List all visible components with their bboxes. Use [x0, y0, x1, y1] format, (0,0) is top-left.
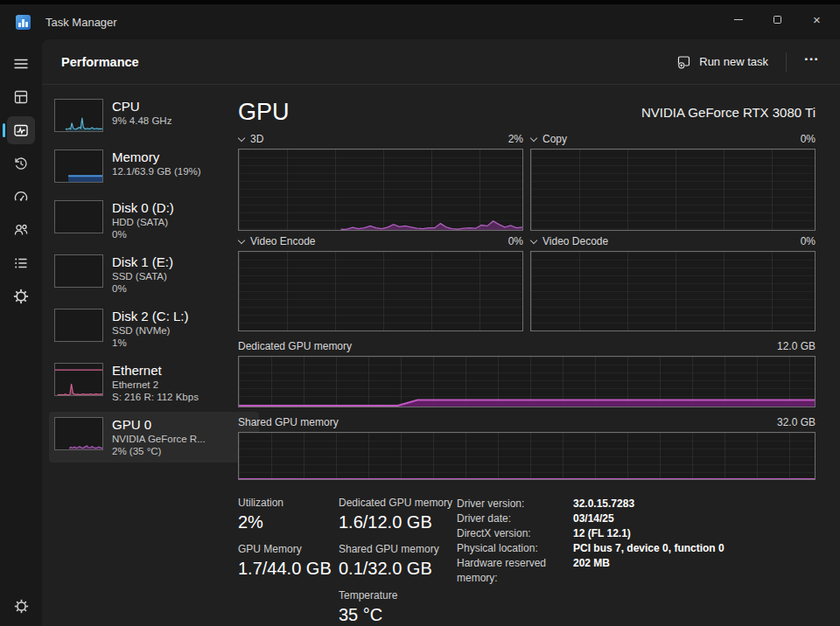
chart-label-video-encode: Video Encode [250, 235, 316, 247]
chevron-down-icon[interactable] [238, 135, 245, 142]
details-list-icon [13, 255, 29, 271]
sidebar-item-processes[interactable] [0, 80, 42, 114]
chart-label-dedicated-memory: Dedicated GPU memory [238, 340, 352, 352]
sidebar-item-performance[interactable] [0, 114, 42, 147]
perf-item-cpu[interactable]: CPU 9% 4.48 GHz [49, 94, 259, 137]
gpu-panel-title: GPU [238, 99, 290, 126]
gpu-detail-panel: GPU NVIDIA GeForce RTX 3080 Ti 3D 2% Cop… [238, 94, 816, 626]
settings-gear-icon [14, 599, 29, 614]
perf-item-sub: 9% 4.48 GHz [112, 115, 172, 127]
perf-item-disk1[interactable]: Disk 1 (E:) SSD (SATA) 0% [49, 249, 259, 300]
disk1-sparkline [54, 254, 103, 288]
detail-row-hardware-reserved-memory: Hardware reserved memory: 202 MB [457, 556, 816, 586]
minimize-icon [734, 19, 743, 20]
detail-row-driver-date: Driver date: 03/14/25 [457, 511, 816, 526]
hamburger-icon [13, 56, 29, 72]
perf-item-title: GPU 0 [112, 417, 206, 433]
hamburger-menu-button[interactable] [0, 47, 42, 80]
settings-button[interactable] [0, 589, 42, 623]
stat-value-utilization: 2% [238, 512, 339, 532]
stat-value-dedicated-memory: 1.6/12.0 GB [339, 512, 457, 532]
driver-details: Driver version: 32.0.15.7283 Driver date… [457, 497, 816, 626]
detail-row-driver-version: Driver version: 32.0.15.7283 [457, 497, 816, 511]
chart-label-shared-memory: Shared GPU memory [238, 416, 339, 428]
stat-value-gpu-memory: 1.7/44.0 GB [238, 559, 339, 579]
perf-item-sub: 0% [112, 282, 173, 295]
minimize-button[interactable] [718, 6, 758, 32]
performance-list: CPU 9% 4.48 GHz Memory 12.1/63.9 GB (19%… [49, 94, 259, 466]
run-new-task-icon [676, 54, 691, 69]
chart-shared-memory [238, 432, 816, 480]
cpu-sparkline [54, 99, 103, 132]
chart-value-dedicated-memory: 12.0 GB [777, 340, 816, 352]
sidebar-item-app-history[interactable] [0, 147, 42, 180]
perf-item-sub: 12.1/63.9 GB (19%) [112, 165, 201, 177]
perf-item-title: Ethernet [112, 363, 199, 379]
disk2-sparkline [54, 309, 103, 342]
stat-value-shared-memory: 0.1/32.0 GB [339, 559, 457, 579]
chart-value-video-encode: 0% [508, 235, 523, 247]
chart-value-3d: 2% [508, 133, 523, 145]
chevron-down-icon[interactable] [238, 237, 245, 244]
chart-video-decode [530, 251, 816, 331]
header-divider [786, 52, 787, 72]
titlebar: Task Manager × [0, 4, 840, 39]
perf-item-sub: 0% [112, 228, 174, 240]
disk0-sparkline [54, 200, 103, 233]
chevron-down-icon[interactable] [530, 135, 537, 142]
perf-item-sub: S: 216 R: 112 Kbps [112, 391, 199, 403]
detail-row-directx-version: DirectX version: 12 (FL 12.1) [457, 526, 816, 541]
stat-label-dedicated-memory: Dedicated GPU memory [339, 497, 457, 509]
chart-video-encode [238, 251, 523, 331]
stat-label-utilization: Utilization [238, 497, 339, 509]
chart-copy [530, 149, 816, 231]
stat-value-temperature: 35 °C [339, 605, 457, 625]
perf-item-disk0[interactable]: Disk 0 (D:) HDD (SATA) 0% [49, 195, 259, 246]
sidebar-item-startup-apps[interactable] [0, 180, 42, 213]
perf-item-ethernet[interactable]: Ethernet Ethernet 2 S: 216 R: 112 Kbps [49, 358, 259, 408]
more-options-button[interactable]: ··· [795, 51, 828, 73]
chart-value-video-decode: 0% [801, 235, 816, 247]
task-manager-app-icon [16, 15, 31, 30]
chart-label-3d: 3D [250, 133, 263, 145]
perf-item-sub: 1% [112, 337, 189, 349]
perf-item-disk2[interactable]: Disk 2 (C: L:) SSD (NVMe) 1% [49, 303, 259, 354]
gpu-stats: Utilization 2% GPU Memory 1.7/44.0 GB De… [238, 497, 816, 626]
detail-row-physical-location: Physical location: PCI bus 7, device 0, … [457, 541, 816, 556]
chart-value-copy: 0% [801, 133, 816, 145]
perf-item-sub: NVIDIA GeForce R... [112, 433, 206, 445]
sidebar-item-services[interactable] [0, 280, 42, 313]
sidebar-item-details[interactable] [0, 247, 42, 280]
stat-label-shared-memory: Shared GPU memory [339, 543, 457, 555]
memory-sparkline [54, 150, 103, 183]
perf-item-memory[interactable]: Memory 12.1/63.9 GB (19%) [49, 144, 259, 188]
performance-icon [13, 122, 29, 138]
main-card: Performance Run new task ··· CPU [42, 39, 840, 626]
gpu-device-name: NVIDIA GeForce RTX 3080 Ti [641, 105, 816, 120]
perf-item-gpu0[interactable]: GPU 0 NVIDIA GeForce R... 2% (35 °C) [49, 412, 259, 463]
close-button[interactable]: × [797, 6, 836, 32]
run-new-task-button[interactable]: Run new task [668, 49, 777, 74]
sidebar-item-users[interactable] [0, 213, 42, 247]
users-icon [13, 222, 29, 238]
chart-label-copy: Copy [542, 133, 567, 145]
gpu0-sparkline [54, 417, 103, 450]
perf-item-title: Memory [112, 150, 201, 165]
chart-3d [238, 149, 523, 231]
chart-dedicated-memory [238, 356, 816, 407]
perf-item-title: Disk 2 (C: L:) [112, 309, 189, 324]
maximize-icon [774, 16, 781, 24]
perf-item-sub: 2% (35 °C) [112, 445, 206, 457]
chart-label-video-decode: Video Decode [542, 235, 608, 247]
maximize-button[interactable] [758, 6, 797, 32]
perf-item-sub: SSD (SATA) [112, 270, 173, 282]
close-icon: × [813, 13, 821, 26]
window-top-edge [0, 0, 840, 4]
chart-value-shared-memory: 32.0 GB [777, 416, 816, 428]
window-title: Task Manager [46, 16, 117, 29]
perf-item-sub: HDD (SATA) [112, 216, 174, 228]
processes-icon [13, 89, 29, 105]
perf-item-sub: SSD (NVMe) [112, 324, 189, 337]
ethernet-sparkline [54, 363, 103, 396]
chevron-down-icon[interactable] [530, 237, 537, 244]
